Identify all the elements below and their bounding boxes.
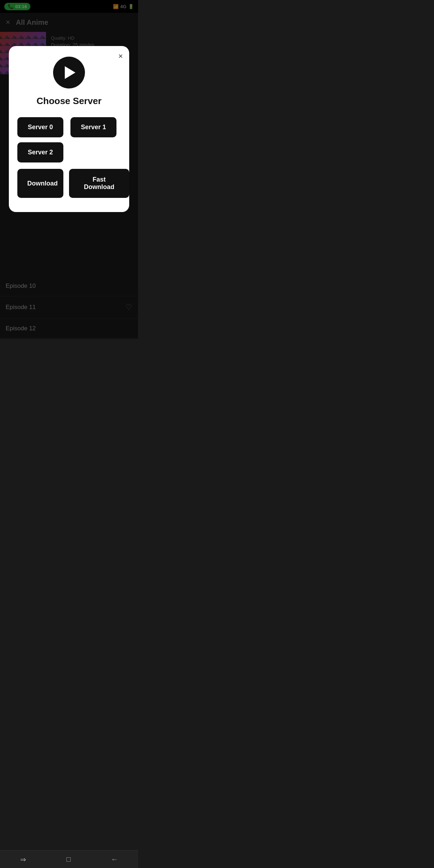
server-1-button[interactable]: Server 1 (70, 117, 116, 137)
fast-download-button[interactable]: Fast Download (69, 169, 129, 198)
modal-title: Choose Server (36, 96, 102, 107)
server-row-2: Server 2 (17, 142, 121, 162)
modal-overlay: × Choose Server Server 0 Server 1 Server… (0, 0, 138, 339)
download-row: Download Fast Download (17, 169, 121, 198)
page-wrapper: 📞 03:16 📶 4G 🔋 × All Anime Quality: HD D… (0, 0, 138, 339)
play-triangle (65, 66, 75, 79)
choose-server-modal: × Choose Server Server 0 Server 1 Server… (9, 46, 129, 212)
server-0-button[interactable]: Server 0 (17, 117, 63, 137)
download-button[interactable]: Download (17, 169, 63, 198)
modal-close-button[interactable]: × (118, 52, 123, 60)
server-2-button[interactable]: Server 2 (17, 142, 63, 162)
server-grid: Server 0 Server 1 Server 2 Download Fast… (17, 117, 121, 198)
server-row-1: Server 0 Server 1 (17, 117, 121, 137)
modal-play-icon (53, 57, 85, 88)
